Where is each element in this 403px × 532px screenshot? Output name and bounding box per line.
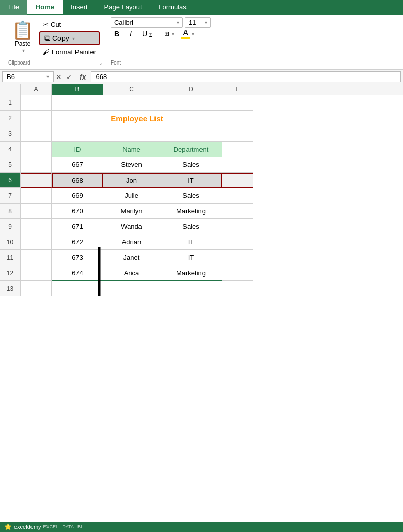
format-painter-button[interactable]: 🖌 Format Painter [39,46,100,57]
cell-c3[interactable] [103,126,160,142]
formula-cancel-icon[interactable]: ✕ [56,73,62,81]
cell-a12[interactable] [21,265,52,281]
cell-d4[interactable]: Department [160,142,222,157]
cell-b5[interactable]: 667 [52,157,103,173]
cell-a11[interactable] [21,250,52,265]
clipboard-dialog-icon[interactable]: ⌄ [99,60,103,66]
underline-button[interactable]: U ▾ [138,28,156,39]
cell-e13[interactable] [222,281,253,296]
cell-a13[interactable] [21,281,52,296]
tab-page-layout[interactable]: Page Layout [96,0,150,15]
cell-a4[interactable] [21,142,52,157]
cell-b7[interactable]: 669 [52,188,103,204]
cell-b9[interactable]: 671 [52,219,103,234]
tab-insert[interactable]: Insert [63,0,96,15]
row-header-6[interactable]: 6 [0,173,21,188]
cell-e9[interactable] [222,219,253,234]
cell-d12[interactable]: Marketing [160,265,222,281]
cell-c12[interactable]: Arica [103,265,160,281]
tab-home[interactable]: Home [27,0,63,15]
tab-file[interactable]: File [0,0,27,15]
row-header-12[interactable]: 12 [0,265,21,281]
cell-a3[interactable] [21,126,52,142]
cell-b12[interactable]: 674 [52,265,103,281]
tab-formulas[interactable]: Formulas [150,0,195,15]
font-size-select[interactable]: 11 ▾ [185,17,211,28]
italic-button[interactable]: I [126,28,135,39]
cell-b11[interactable]: 673 [52,250,103,265]
copy-button[interactable]: ⧉ Copy ▾ [39,31,100,45]
row-header-7[interactable]: 7 [0,188,21,204]
cell-a7[interactable] [21,188,52,204]
row-header-3[interactable]: 3 [0,126,21,142]
cell-e5[interactable] [222,157,253,173]
row-header-10[interactable]: 10 [0,234,21,250]
cell-d3[interactable] [160,126,222,142]
cell-a10[interactable] [21,234,52,250]
col-header-b[interactable]: B [52,84,103,95]
cell-b10[interactable]: 672 [52,234,103,250]
bold-button[interactable]: B [111,28,123,39]
cut-button[interactable]: ✂ Cut [39,19,100,30]
cell-a8[interactable] [21,204,52,219]
paste-button[interactable]: 📋 Paste ▾ [8,17,37,56]
row-header-5[interactable]: 5 [0,157,21,173]
fill-color-button[interactable]: A ▾ [179,28,196,39]
cell-c9[interactable]: Wanda [103,219,160,234]
cell-c1[interactable] [103,95,160,111]
cell-c11[interactable]: Janet [103,250,160,265]
cell-e6[interactable] [222,173,253,188]
row-header-11[interactable]: 11 [0,250,21,265]
row-header-2[interactable]: 2 [0,111,21,126]
cell-d7[interactable]: Sales [160,188,222,204]
cell-e7[interactable] [222,188,253,204]
cell-b3[interactable] [52,126,103,142]
cell-d8[interactable]: Marketing [160,204,222,219]
cell-d9[interactable]: Sales [160,219,222,234]
cell-b8[interactable]: 670 [52,204,103,219]
col-header-a[interactable]: A [21,84,52,95]
cell-e4[interactable] [222,142,253,157]
row-header-13[interactable]: 13 [0,281,21,296]
col-header-d[interactable]: D [160,84,222,95]
cell-a9[interactable] [21,219,52,234]
formula-confirm-icon[interactable]: ✓ [66,73,72,81]
name-box[interactable]: B6 ▾ [2,71,54,82]
cell-c5[interactable]: Steven [103,157,160,173]
cell-b6[interactable]: 668 [52,173,103,188]
cell-e10[interactable] [222,234,253,250]
cell-d13[interactable] [160,281,222,296]
cell-b13[interactable] [52,281,103,296]
row-header-8[interactable]: 8 [0,204,21,219]
cell-b4[interactable]: ID [52,142,103,157]
cell-d5[interactable]: Sales [160,157,222,173]
formula-input[interactable] [91,71,401,82]
col-header-c[interactable]: C [103,84,160,95]
cell-c4[interactable]: Name [103,142,160,157]
cell-c10[interactable]: Adrian [103,234,160,250]
border-button[interactable]: ⊞ ▾ [162,29,176,38]
row-header-4[interactable]: 4 [0,142,21,157]
cell-c8[interactable]: Marilyn [103,204,160,219]
cell-e11[interactable] [222,250,253,265]
cell-d11[interactable]: IT [160,250,222,265]
cell-e2[interactable] [222,111,253,126]
cell-b2-merged[interactable]: Employee List [52,111,222,126]
col-header-e[interactable]: E [222,84,253,95]
font-name-select[interactable]: Calibri ▾ [111,17,183,28]
cell-d10[interactable]: IT [160,234,222,250]
row-header-1[interactable]: 1 [0,95,21,111]
cell-c13[interactable] [103,281,160,296]
cell-e8[interactable] [222,204,253,219]
cell-d1[interactable] [160,95,222,111]
cell-a2[interactable] [21,111,52,126]
cell-d6[interactable]: IT [160,173,222,188]
cell-a1[interactable] [21,95,52,111]
row-header-9[interactable]: 9 [0,219,21,234]
cell-b1[interactable] [52,95,103,111]
cell-a6[interactable] [21,173,52,188]
cell-c6[interactable]: Jon [103,173,160,188]
cell-c7[interactable]: Julie [103,188,160,204]
cell-e3[interactable] [222,126,253,142]
cell-e12[interactable] [222,265,253,281]
